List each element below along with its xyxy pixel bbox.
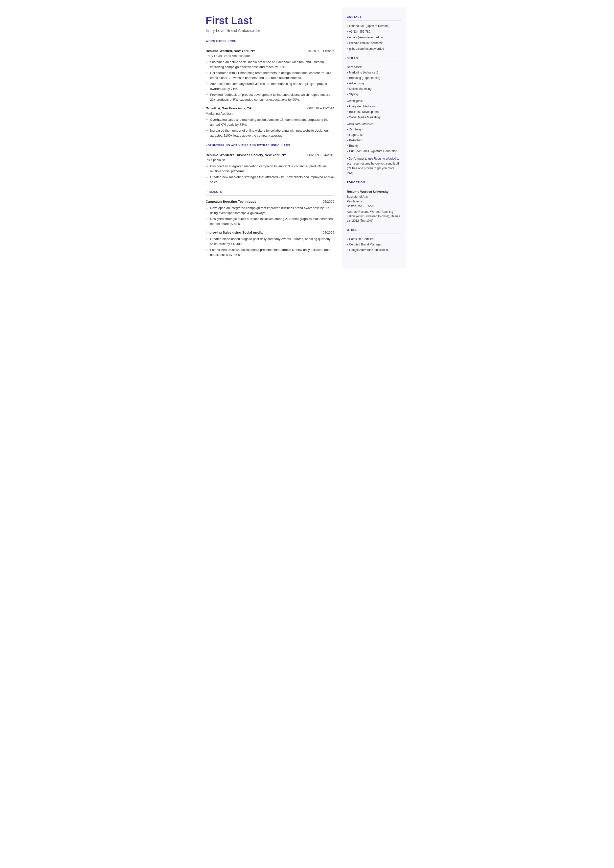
projects-header: PROJECTS — [206, 190, 334, 194]
vol-job-1-dates: 06/2009 – 04/2010 — [307, 153, 334, 158]
other-item-2: •Google AdWords Certification. — [347, 248, 401, 252]
skill-item: •Brandy — [347, 143, 401, 148]
skill-item: •Styling — [347, 92, 401, 97]
education-section: EDUCATION Resume Worded University Bache… — [347, 180, 401, 223]
skills-techniques-label: Techniques: — [347, 99, 401, 103]
bullet-icon: • — [347, 144, 348, 148]
bullet-icon: • — [347, 70, 348, 75]
project-1-title: Campaign Boosting Techniques — [206, 199, 256, 204]
work-divider — [206, 45, 334, 45]
vol-job-1-title-row: Resume Worded's Business Society, New Yo… — [206, 153, 334, 163]
list-item: Created new marketing strategies that at… — [210, 175, 334, 184]
bullet-icon: • — [347, 30, 348, 34]
project-1: Campaign Boosting Techniques 05/2009 Dev… — [206, 199, 334, 226]
contact-item-0: • Omaha, ME (Open to Remote) — [347, 24, 401, 28]
contact-item-3: • linkedin.com/in/username — [347, 41, 401, 45]
name-section: First Last Entry Level Brand Ambassador — [206, 15, 334, 34]
education-header: EDUCATION — [347, 180, 401, 185]
list-item: Advertised the company brand via in-stor… — [210, 81, 334, 91]
contact-section: CONTACT • Omaha, ME (Open to Remote) • +… — [347, 15, 401, 51]
vol-job-1-company: Resume Worded's Business Society, New Yo… — [206, 153, 286, 163]
skill-item: •Business Development — [347, 110, 401, 114]
other-item-1: •Certified Brand Manager. — [347, 242, 401, 247]
skills-tools-label: Tools and Software: — [347, 122, 401, 126]
skill-item: •HubSpot Email Signature Generator — [347, 149, 401, 154]
bullet-icon: • — [347, 237, 348, 242]
skill-item: •Social Media Marketing — [347, 115, 401, 120]
work-experience-header: WORK EXPERIENCE — [206, 39, 334, 43]
skill-item: •Zeroheight — [347, 127, 401, 132]
job-2-title-row: Growthsi, San Francisco, CA Marketing As… — [206, 106, 334, 116]
other-section: OTHER •Hootsuite Certified •Certified Br… — [347, 228, 401, 252]
project-2-title-row: Improving Sales using Social media 04/20… — [206, 230, 334, 235]
bullet-icon: • — [347, 115, 348, 120]
project-2: Improving Sales using Social media 04/20… — [206, 230, 334, 257]
contact-divider — [347, 20, 401, 21]
projects-section: PROJECTS Campaign Boosting Techniques 05… — [206, 190, 334, 257]
skills-header: SKILLS — [347, 56, 401, 61]
bullet-icon: • — [347, 242, 348, 247]
project-2-title: Improving Sales using Social media — [206, 230, 263, 235]
edu-school: Resume Worded University — [347, 189, 401, 194]
skill-item: •Logo Crisp — [347, 133, 401, 137]
bullet-icon: • — [347, 36, 348, 40]
edu-location-date: Boston, MA — 05/2010 — [347, 204, 401, 208]
list-item: Sustained an active social media presenc… — [210, 60, 334, 69]
list-item: Established an active social media prese… — [210, 247, 334, 257]
job-1-title-row: Resume Worded, New York, NY Entry Level … — [206, 48, 334, 58]
skill-item: •Branding (Experienced) — [347, 76, 401, 81]
resume-page: First Last Entry Level Brand Ambassador … — [196, 0, 419, 276]
education-divider — [347, 186, 401, 186]
job-1: Resume Worded, New York, NY Entry Level … — [206, 48, 334, 102]
list-item: Designed an integrated marketing campaig… — [210, 164, 334, 174]
skill-item: •Online Marketing — [347, 87, 401, 91]
work-experience-section: WORK EXPERIENCE Resume Worded, New York,… — [206, 39, 334, 138]
job-2-bullets: Overhauled sales and marketing action pl… — [210, 117, 334, 138]
bullet-icon: • — [347, 81, 348, 86]
skills-divider — [347, 62, 401, 62]
left-column: First Last Entry Level Brand Ambassador … — [196, 8, 342, 269]
bullet-icon: • — [347, 104, 348, 109]
skill-item: •Marketing (Advanced) — [347, 70, 401, 75]
bullet-icon: • — [347, 149, 348, 154]
bullet-icon: • — [347, 24, 348, 28]
vol-job-1-bullets: Designed an integrated marketing campaig… — [210, 164, 334, 184]
bullet-icon: • — [347, 133, 348, 137]
list-item: Created niche-based blogs to post daily … — [210, 236, 334, 246]
job-2-dates: 06/2010 – 12/2014 — [307, 106, 334, 111]
skill-item: •Advertising — [347, 81, 401, 86]
bullet-icon: • — [347, 138, 348, 143]
candidate-subtitle: Entry Level Brand Ambassador — [206, 28, 334, 34]
skill-item: •Piktochart — [347, 138, 401, 143]
job-2: Growthsi, San Francisco, CA Marketing As… — [206, 106, 334, 138]
project-1-date: 05/2009 — [323, 199, 334, 204]
volunteering-section: VOLUNTEERING ACTIVITIES AND EXTRACURRICU… — [206, 143, 334, 184]
volunteering-header: VOLUNTEERING ACTIVITIES AND EXTRACURRICU… — [206, 143, 334, 148]
skills-section: SKILLS Hard Skills: •Marketing (Advanced… — [347, 56, 401, 175]
other-header: OTHER — [347, 228, 401, 232]
contact-item-1: • +1-234-456-789 — [347, 30, 401, 34]
list-item: Overhauled sales and marketing action pl… — [210, 117, 334, 127]
bullet-icon: • — [347, 76, 348, 81]
edu-awards: Awards: Resume Worded Teaching Fellow (o… — [347, 210, 401, 223]
job-1-company: Resume Worded, New York, NY Entry Level … — [206, 48, 255, 58]
list-item: Increased the number of online visitors … — [210, 128, 334, 138]
bullet-icon: • — [347, 248, 348, 252]
list-item: Designed strategic public outreach initi… — [210, 216, 334, 226]
bullet-icon: • — [347, 92, 348, 97]
right-column: CONTACT • Omaha, ME (Open to Remote) • +… — [342, 8, 406, 269]
job-2-company: Growthsi, San Francisco, CA Marketing As… — [206, 106, 251, 116]
skills-tip: • Don't forget to use Resume Worded to s… — [347, 156, 401, 175]
edu-degree: Bachelor of Arts — [347, 194, 401, 199]
bullet-icon: • — [347, 110, 348, 114]
contact-item-4: • github.com/resumeworded — [347, 47, 401, 51]
project-1-bullets: Developed an integrated campaign that im… — [210, 206, 334, 226]
bullet-icon: • — [347, 127, 348, 132]
list-item: Developed an integrated campaign that im… — [210, 206, 334, 215]
resume-worded-link[interactable]: Resume Worded — [374, 157, 396, 160]
vol-job-1: Resume Worded's Business Society, New Yo… — [206, 153, 334, 185]
job-1-bullets: Sustained an active social media presenc… — [210, 60, 334, 102]
list-item: Collaborated with 11 marketing team memb… — [210, 70, 334, 80]
project-2-bullets: Created niche-based blogs to post daily … — [210, 236, 334, 257]
other-item-0: •Hootsuite Certified — [347, 237, 401, 242]
